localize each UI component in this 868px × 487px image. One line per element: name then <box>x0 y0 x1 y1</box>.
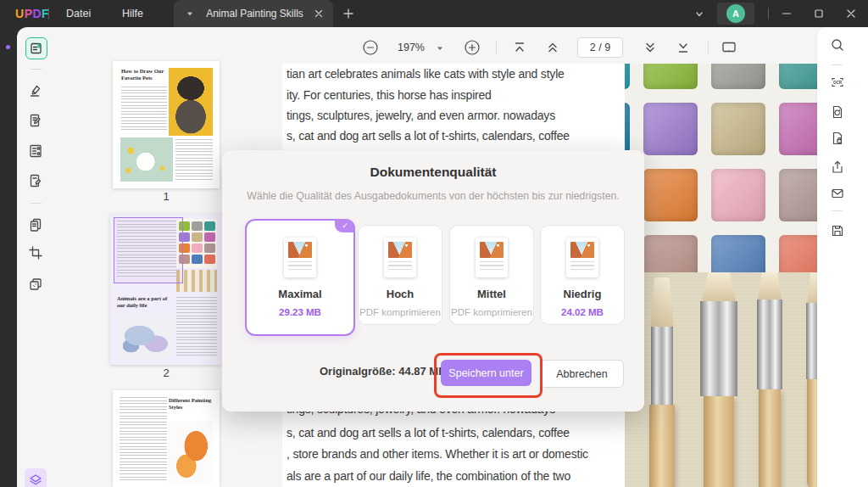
zoom-dropdown-caret[interactable] <box>436 44 444 53</box>
quality-detail: PDF komprimieren <box>359 307 441 317</box>
share-button[interactable] <box>830 160 845 175</box>
titlebar-divider <box>768 8 769 20</box>
palette-photo <box>625 64 817 272</box>
sidebar-item-ai[interactable] <box>25 468 47 487</box>
sidebar-item-organize-pages[interactable] <box>28 217 43 232</box>
menu-datei[interactable]: Datei <box>58 0 99 27</box>
sidebar-item-watermark[interactable] <box>28 277 43 292</box>
brushes-photo <box>625 272 817 487</box>
thumb-text-lines <box>120 397 167 482</box>
paint-brush <box>753 272 787 487</box>
thumb1-title: How to Draw Our Favorite Pets <box>121 68 170 81</box>
toolbar-divider <box>496 41 497 54</box>
quality-detail: 24.02 MB <box>561 307 604 317</box>
quality-thumbnail <box>284 238 316 277</box>
sidebar-divider <box>31 203 42 204</box>
window-maximize-button[interactable] <box>805 0 832 27</box>
avatar-initial: A <box>726 4 745 23</box>
sidebar-item-crop[interactable] <box>28 245 43 260</box>
quality-option-niedrig[interactable]: Niedrig 24.02 MB <box>540 225 625 325</box>
quality-option-maximal[interactable]: ✓ Maximal 29.23 MB <box>245 219 355 336</box>
thumb1-dog-image <box>120 137 173 182</box>
quality-label: Mittel <box>477 288 506 300</box>
sidebar-item-form[interactable] <box>28 143 43 159</box>
toolbar-divider <box>708 41 709 54</box>
stamp-pages-icon <box>28 277 43 292</box>
quality-thumbnail <box>384 238 416 277</box>
first-page-button[interactable] <box>512 40 527 55</box>
selection-rectangle <box>114 217 183 283</box>
quality-thumbnail <box>566 238 598 277</box>
page-indicator-input[interactable]: 2 / 9 <box>577 37 623 58</box>
new-tab-button[interactable] <box>341 6 356 21</box>
search-button[interactable] <box>830 37 845 53</box>
pages-icon <box>28 217 43 232</box>
document-text-line: tings, sculptures, jewelry, and even arm… <box>287 109 555 122</box>
check-icon: ✓ <box>342 221 348 230</box>
ai-layers-icon <box>28 473 43 487</box>
thumb-text-lines <box>176 297 217 358</box>
zoom-in-button[interactable] <box>464 39 481 56</box>
thumbnail-page-2-active[interactable]: Animals are a part of our daily life <box>110 214 222 365</box>
sidebar-item-comment[interactable] <box>28 83 43 98</box>
quality-option-mittel[interactable]: Mittel PDF komprimieren <box>449 225 534 325</box>
account-avatar[interactable]: A <box>717 3 754 25</box>
sidebar-divider <box>832 210 843 211</box>
sign-document-icon <box>28 173 43 188</box>
previous-page-button[interactable] <box>545 40 560 55</box>
dialog-subtitle: Wähle die Qualität des Ausgabedokuments … <box>222 190 644 202</box>
convert-button[interactable] <box>830 104 845 120</box>
paint-brush <box>695 272 743 487</box>
document-tab[interactable]: Animal Painting Skills <box>174 0 333 27</box>
thumbnail-page-3[interactable]: Different Painting Styles <box>113 390 220 487</box>
edit-document-icon <box>28 113 43 128</box>
thumbnail-page-number: 2 <box>113 367 220 379</box>
quality-label: Niedrig <box>564 288 602 300</box>
thumbnail-page-1[interactable]: How to Draw Our Favorite Pets <box>113 61 220 188</box>
menu-hilfe[interactable]: Hilfe <box>114 0 152 27</box>
document-text-line: tian art celebrates animals like cats wi… <box>287 67 565 81</box>
quality-thumbnail <box>476 238 508 277</box>
tab-title: Animal Painting Skills <box>195 8 314 20</box>
sidebar-divider <box>31 69 42 70</box>
last-page-button[interactable] <box>676 40 691 55</box>
document-text-line: s, cat and dog art sells a lot of t-shir… <box>287 426 570 439</box>
account-chevron-icon[interactable] <box>693 8 705 20</box>
email-button[interactable] <box>830 186 845 201</box>
dialog-title: Dokumentenqualität <box>222 165 644 180</box>
ocr-button[interactable]: OCR <box>830 76 845 91</box>
quality-option-hoch[interactable]: Hoch PDF komprimieren <box>358 225 442 325</box>
titlebar-divider <box>48 8 49 20</box>
selected-check-badge: ✓ <box>335 219 355 232</box>
thumb3-fox-image <box>169 421 213 484</box>
sidebar-item-sign[interactable] <box>28 173 43 188</box>
quality-detail: 29.23 MB <box>279 307 321 317</box>
reader-icon <box>29 41 44 56</box>
slideshow-button[interactable] <box>721 39 737 56</box>
protect-button[interactable] <box>830 131 845 146</box>
titlebar: UPDF Datei Hilfe Animal Painting Skills … <box>0 0 868 27</box>
rail-indicator-dot <box>6 45 10 49</box>
tab-close-icon[interactable] <box>314 9 323 18</box>
sidebar-item-reader[interactable] <box>25 37 47 59</box>
next-page-button[interactable] <box>643 40 658 55</box>
cancel-button[interactable]: Abbrechen <box>540 360 624 388</box>
document-text-line: , store brands and other items. Whether … <box>287 447 588 461</box>
sidebar-item-edit[interactable] <box>28 113 43 128</box>
ocr-icon-text: OCR <box>833 81 843 85</box>
window-close-button[interactable] <box>837 0 865 27</box>
quality-label: Maximal <box>278 288 321 300</box>
zoom-level-value[interactable]: 197% <box>392 42 431 53</box>
save-button[interactable] <box>830 223 845 238</box>
crop-icon <box>28 245 43 260</box>
tab-caret-icon[interactable] <box>185 8 195 19</box>
form-fields-icon <box>28 143 43 159</box>
thumb3-heading: Different Painting Styles <box>169 397 213 411</box>
right-sidebar <box>817 27 868 487</box>
quality-detail: PDF komprimieren <box>451 307 532 317</box>
highlighter-icon <box>28 83 43 98</box>
app-window: UPDF Datei Hilfe Animal Painting Skills … <box>0 0 868 487</box>
thumb2-painting-image <box>117 317 173 358</box>
zoom-out-button[interactable] <box>362 39 379 56</box>
window-minimize-button[interactable] <box>773 0 800 27</box>
